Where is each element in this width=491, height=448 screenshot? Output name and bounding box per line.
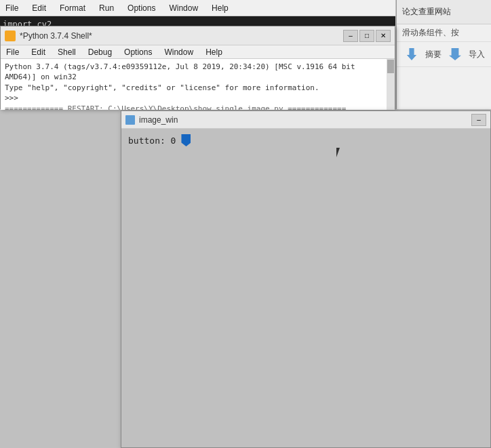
right-panel: 论文查重网站 滑动条组件、按 摘要 导入 (396, 0, 491, 109)
shell-menubar: File Edit Shell Debug Options Window Hel… (1, 45, 395, 59)
shell-restart-line: ============= RESTART: C:\Users\Y\Deskto… (5, 104, 391, 110)
editor-menu-format[interactable]: Format (57, 2, 88, 14)
shell-maximize-button[interactable]: □ (359, 30, 374, 42)
right-panel-import: 导入 (469, 49, 485, 60)
editor-menu-options[interactable]: Options (125, 2, 158, 14)
image-win-title-text: image_win (139, 115, 178, 125)
editor-menu-run[interactable]: Run (96, 2, 117, 14)
shell-prompt: >>> (5, 93, 391, 103)
import-icon-box (446, 45, 465, 64)
image-win-minimize-button[interactable]: – (471, 114, 486, 126)
shell-menu-edit[interactable]: Edit (28, 46, 48, 58)
shell-close-button[interactable]: ✕ (376, 30, 391, 42)
button-row: button: 0 (128, 134, 484, 146)
button-value-label: button: 0 (128, 136, 176, 146)
shell-minimize-button[interactable]: – (343, 30, 358, 42)
image-win-title-left: image_win (125, 115, 178, 125)
shell-scrollbar[interactable] (387, 59, 395, 110)
editor-menu-file[interactable]: File (3, 2, 21, 14)
blue-indicator-button[interactable] (181, 134, 191, 146)
right-panel-extract: 摘要 (425, 49, 441, 60)
image-win-icon (125, 115, 135, 125)
shell-menu-file[interactable]: File (3, 46, 22, 58)
download-icon (406, 48, 418, 60)
editor-menu-edit[interactable]: Edit (29, 2, 49, 14)
image-win-titlebar: image_win – (121, 111, 490, 129)
shell-title-icon (5, 30, 16, 41)
shell-titlebar-left: *Python 3.7.4 Shell* (5, 30, 92, 41)
shell-content: Python 3.7.4 (tags/v3.7.4:e09359112e, Ju… (1, 59, 395, 110)
shell-menu-window[interactable]: Window (161, 46, 196, 58)
shell-menu-help[interactable]: Help (203, 46, 225, 58)
shell-line-2: AMD64)] on win32 (5, 72, 391, 82)
image-win-controls: – (471, 114, 486, 126)
shell-menu-debug[interactable]: Debug (85, 46, 115, 58)
image-win-content: button: 0 (121, 129, 490, 447)
right-panel-row1: 滑动条组件、按 (397, 24, 491, 42)
right-panel-header: 论文查重网站 (397, 0, 491, 24)
idle-editor: File Edit Format Run Options Window Help… (0, 0, 395, 27)
right-panel-row1-text: 滑动条组件、按 (402, 27, 459, 39)
shell-menu-options[interactable]: Options (121, 46, 155, 58)
shell-titlebar: *Python 3.7.4 Shell* – □ ✕ (1, 26, 395, 45)
import-icon (449, 48, 461, 60)
shell-window: *Python 3.7.4 Shell* – □ ✕ File Edit She… (0, 26, 395, 109)
shell-title-text: *Python 3.7.4 Shell* (20, 31, 92, 41)
shell-line-3: Type "help", "copyright", "credits" or "… (5, 83, 391, 93)
editor-menu-window[interactable]: Window (166, 2, 201, 14)
right-panel-row2: 摘要 导入 (397, 42, 491, 67)
shell-line-1: Python 3.7.4 (tags/v3.7.4:e09359112e, Ju… (5, 62, 391, 72)
image-win-window: image_win – button: 0 (121, 110, 491, 448)
shell-window-controls: – □ ✕ (343, 30, 391, 42)
shell-scrollbar-thumb[interactable] (387, 60, 394, 73)
download-icon-box (402, 45, 421, 64)
editor-menu-help[interactable]: Help (209, 2, 231, 14)
shell-menu-shell[interactable]: Shell (55, 46, 79, 58)
right-panel-title: 论文查重网站 (402, 6, 451, 18)
editor-menubar: File Edit Format Run Options Window Help (0, 0, 395, 16)
